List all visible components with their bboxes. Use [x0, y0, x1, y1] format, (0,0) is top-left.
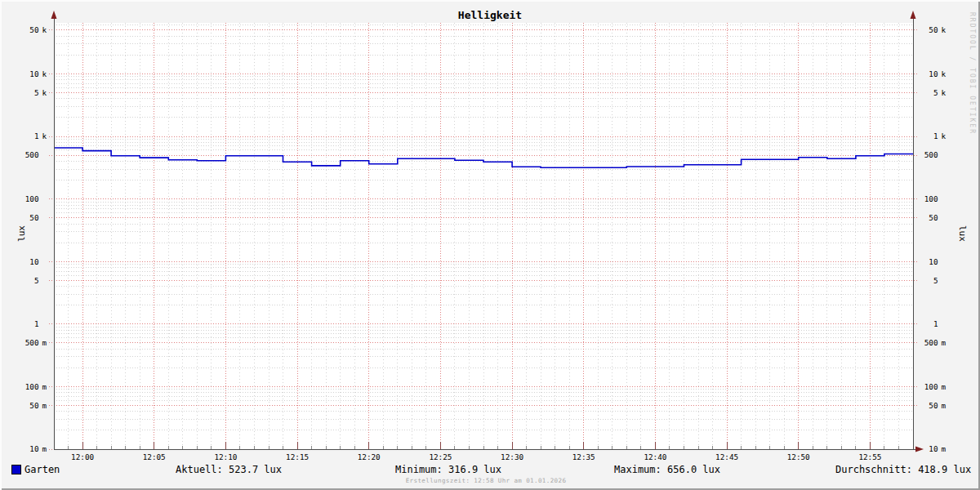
- svg-text:12:10: 12:10: [214, 452, 237, 461]
- stat-durchschnitt: Durchschnitt: 418.9 lux: [835, 465, 971, 475]
- svg-text:m: m: [942, 338, 947, 347]
- svg-text:m: m: [942, 382, 947, 391]
- svg-text:100: 100: [25, 382, 39, 391]
- svg-text:m: m: [942, 401, 947, 410]
- svg-text:k: k: [42, 131, 47, 140]
- svg-text:k: k: [42, 69, 47, 78]
- svg-text:5: 5: [34, 88, 39, 97]
- svg-text:1: 1: [34, 319, 39, 328]
- svg-text:12:35: 12:35: [572, 452, 595, 461]
- svg-text:12:50: 12:50: [787, 452, 810, 461]
- svg-text:12:25: 12:25: [429, 452, 452, 461]
- svg-text:10: 10: [29, 444, 38, 453]
- legend-swatch: [11, 465, 21, 474]
- svg-text:100: 100: [924, 194, 938, 203]
- svg-text:1: 1: [34, 131, 39, 140]
- svg-text:k: k: [942, 131, 947, 140]
- svg-text:12:40: 12:40: [644, 452, 666, 461]
- svg-text:12:00: 12:00: [71, 452, 94, 461]
- svg-text:50: 50: [929, 213, 938, 222]
- svg-text:m: m: [42, 338, 47, 347]
- svg-text:10: 10: [29, 69, 38, 78]
- svg-text:500: 500: [25, 150, 39, 159]
- svg-text:10: 10: [29, 257, 38, 266]
- svg-text:m: m: [942, 444, 947, 453]
- svg-text:100: 100: [25, 194, 39, 203]
- svg-text:5: 5: [933, 276, 938, 285]
- svg-text:k: k: [42, 88, 47, 97]
- svg-text:10: 10: [929, 69, 938, 78]
- svg-text:12:55: 12:55: [858, 452, 881, 461]
- svg-text:10: 10: [929, 444, 938, 453]
- svg-text:500: 500: [25, 338, 39, 347]
- rrdtool-graph: Helligkeit RRDTOOL / TOBI OETIKER lux lu…: [0, 0, 980, 490]
- stat-minimum: Minimum: 316.9 lux: [395, 465, 501, 475]
- svg-text:1: 1: [933, 131, 938, 140]
- svg-text:k: k: [942, 25, 947, 34]
- svg-text:100: 100: [924, 382, 938, 391]
- svg-text:12:45: 12:45: [715, 452, 738, 461]
- svg-text:m: m: [42, 401, 47, 410]
- svg-text:5: 5: [933, 88, 938, 97]
- legend-series-label: Garten: [24, 465, 60, 475]
- svg-text:k: k: [42, 25, 47, 34]
- stat-maximum: Maximum: 656.0 lux: [614, 465, 720, 475]
- svg-text:500: 500: [924, 338, 938, 347]
- svg-text:50: 50: [929, 401, 938, 410]
- svg-text:50: 50: [29, 25, 38, 34]
- stat-aktuell: Aktuell: 523.7 lux: [176, 465, 282, 475]
- svg-text:500: 500: [924, 150, 938, 159]
- svg-text:12:15: 12:15: [286, 452, 309, 461]
- svg-text:12:20: 12:20: [358, 452, 381, 461]
- svg-text:50: 50: [29, 401, 38, 410]
- svg-text:m: m: [42, 382, 47, 391]
- svg-text:k: k: [942, 69, 947, 78]
- creation-time-text: Erstellungszeit: 12:58 Uhr am 01.01.2026: [0, 477, 972, 484]
- svg-text:5: 5: [34, 276, 39, 285]
- svg-text:12:05: 12:05: [143, 452, 166, 461]
- svg-text:1: 1: [933, 319, 938, 328]
- svg-text:50: 50: [29, 213, 38, 222]
- chart-canvas: 50k50k10k10k5k5k1k1k50050010010050501010…: [0, 0, 980, 490]
- svg-text:50: 50: [929, 25, 938, 34]
- svg-text:k: k: [942, 88, 947, 97]
- svg-text:m: m: [42, 444, 47, 453]
- svg-text:12:30: 12:30: [501, 452, 523, 461]
- svg-text:10: 10: [929, 257, 938, 266]
